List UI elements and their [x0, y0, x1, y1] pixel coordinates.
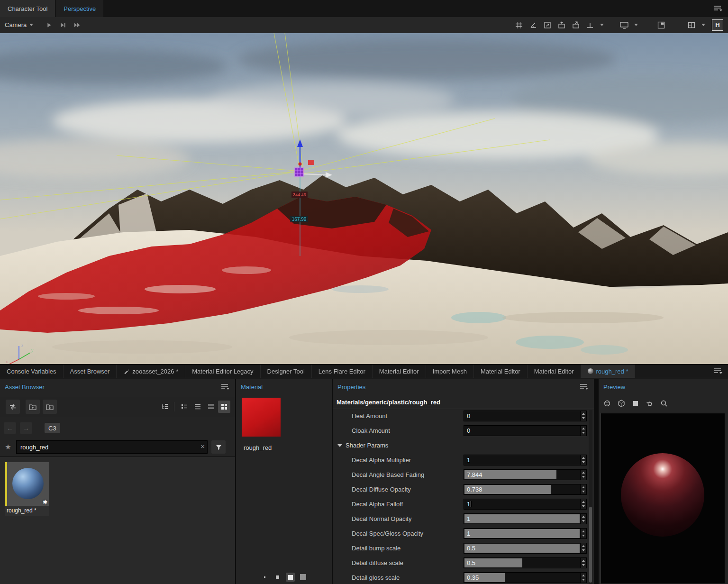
spinner-control[interactable] [580, 499, 586, 509]
bottom-tab-rough-red[interactable]: rough_red * [581, 365, 636, 378]
property-field[interactable]: 1 [464, 455, 587, 465]
material-preview-canvas[interactable] [601, 413, 725, 584]
clear-search-icon[interactable]: × [200, 442, 205, 451]
chevron-down-icon [29, 24, 33, 26]
play-icon[interactable] [43, 19, 55, 31]
bottom-tab-asset-browser[interactable]: Asset Browser [64, 365, 117, 378]
tab-character-tool[interactable]: Character Tool [0, 0, 55, 17]
preview-plane-icon[interactable] [630, 398, 641, 409]
bottom-tab-zooasset[interactable]: zooasset_2026 * [117, 365, 185, 378]
medium-list-view-icon[interactable] [191, 401, 204, 413]
preview-cube-icon[interactable] [616, 398, 627, 409]
spinner-control[interactable] [580, 543, 586, 553]
frame-selected-icon[interactable] [570, 19, 582, 31]
material-swatch-rough-red[interactable] [242, 398, 281, 437]
thumbnail-grid-view-icon[interactable] [218, 401, 230, 413]
property-group-shader-params[interactable]: Shader Params [333, 438, 594, 453]
filter-button[interactable] [211, 440, 226, 454]
property-slider[interactable]: 1 [464, 528, 587, 539]
property-slider[interactable]: 0.738 [464, 484, 587, 495]
spinner-control[interactable] [580, 426, 586, 436]
property-slider[interactable]: 7.844 [464, 469, 587, 480]
property-slider[interactable]: 0.35 [464, 572, 587, 583]
thumb-size-tiny-icon[interactable] [260, 573, 269, 582]
back-button[interactable]: ← [4, 422, 16, 434]
scrollbar-thumb[interactable] [589, 507, 592, 583]
asset-browser-menu-icon[interactable] [220, 383, 230, 391]
bottom-tab-material-editor-2[interactable]: Material Editor [474, 365, 528, 378]
spinner-control[interactable] [580, 558, 586, 568]
spinner-control[interactable] [580, 455, 586, 465]
camera-dropdown[interactable]: Camera [5, 21, 33, 28]
spinner-control[interactable] [580, 484, 586, 494]
bottom-tab-console-variables[interactable]: Console Variables [0, 365, 64, 378]
layout-chevron-icon[interactable] [701, 24, 705, 26]
property-label: Heat Amount [352, 409, 387, 423]
search-input[interactable] [16, 440, 208, 454]
bottom-tab-material-editor-legacy[interactable]: Material Editor Legacy [185, 365, 260, 378]
property-slider[interactable]: 1 [464, 513, 587, 524]
sync-assets-icon[interactable] [6, 400, 20, 414]
small-list-view-icon[interactable] [205, 401, 217, 413]
thumb-size-large-icon[interactable] [299, 573, 308, 582]
maximize-viewport-icon[interactable] [655, 19, 667, 31]
thumb-size-small-icon[interactable] [273, 573, 282, 582]
detail-list-view-icon[interactable] [178, 401, 191, 413]
asset-thumbnail: ✱ [5, 462, 49, 506]
thumb-size-medium-icon[interactable] [286, 573, 295, 582]
tab-perspective[interactable]: Perspective [56, 0, 103, 17]
preview-teapot-icon[interactable] [644, 398, 655, 409]
viewport-3d-scene[interactable]: 344.46 167.99 z y x [0, 33, 728, 364]
preview-sphere-icon[interactable] [601, 398, 613, 409]
viewport-layout-icon[interactable] [685, 19, 698, 31]
new-folder-icon[interactable] [26, 400, 40, 414]
spinner-control[interactable] [580, 411, 586, 421]
preview-zoom-icon[interactable] [658, 398, 670, 409]
collapse-triangle-icon[interactable] [337, 444, 342, 447]
perpendicular-snap-icon[interactable] [584, 19, 596, 31]
spinner-control[interactable] [580, 470, 586, 480]
help-toggle-button[interactable]: H [712, 19, 723, 31]
fast-forward-icon[interactable] [71, 19, 83, 31]
window-menu-icon[interactable] [713, 4, 723, 13]
property-row-decal-angle-based-fading: Decal Angle Based Fading 7.844 [333, 467, 594, 482]
tab-label: Import Mesh [433, 368, 467, 375]
property-slider[interactable]: 0.5 [464, 557, 587, 568]
snap-angle-icon[interactable] [527, 19, 539, 31]
properties-menu-icon[interactable] [579, 383, 589, 391]
forward-button[interactable]: → [20, 422, 32, 434]
property-field[interactable]: 1 [464, 499, 587, 510]
property-field[interactable]: 0 [464, 411, 587, 421]
back-icon: ← [7, 424, 13, 432]
asset-search-row: ★ × [0, 438, 235, 456]
terrain-render: 344.46 167.99 z y x [0, 33, 728, 364]
snap-grid-icon[interactable] [513, 19, 525, 31]
tab-label: Material Editor Legacy [192, 368, 253, 375]
bottom-tab-material-editor-3[interactable]: Material Editor [528, 365, 581, 378]
spinner-control[interactable] [580, 573, 586, 583]
panel-splitter[interactable] [594, 379, 599, 584]
bottom-tab-strip: Console Variables Asset Browser zooasset… [0, 364, 728, 378]
display-options-chevron-icon[interactable] [634, 24, 638, 26]
bottom-tab-designer-tool[interactable]: Designer Tool [261, 365, 312, 378]
spinner-control[interactable] [580, 529, 586, 538]
bottom-tab-material-editor-1[interactable]: Material Editor [373, 365, 426, 378]
property-slider[interactable]: 0.5 [464, 543, 587, 554]
frame-object-icon[interactable] [555, 19, 568, 31]
tab-strip-menu-icon[interactable] [713, 367, 723, 375]
snap-options-chevron-icon[interactable] [600, 24, 604, 26]
import-asset-icon[interactable] [43, 400, 57, 414]
properties-scrollbar[interactable] [589, 410, 592, 584]
display-monitor-icon[interactable] [618, 19, 630, 31]
favorites-filter-icon[interactable]: ★ [0, 443, 16, 451]
property-row-detail-gloss-scale: Detail gloss scale 0.35 [333, 570, 594, 584]
breadcrumb-folder-button[interactable]: C3 [45, 423, 60, 433]
spinner-control[interactable] [580, 514, 586, 524]
bottom-tab-lens-flare-editor[interactable]: Lens Flare Editor [312, 365, 373, 378]
step-forward-icon[interactable] [57, 19, 69, 31]
zoom-region-icon[interactable] [541, 19, 554, 31]
bottom-tab-import-mesh[interactable]: Import Mesh [426, 365, 474, 378]
asset-item-rough-red[interactable]: ✱ rough_red * [5, 462, 49, 516]
property-field[interactable]: 0 [464, 425, 587, 436]
tree-view-icon[interactable] [159, 401, 171, 413]
